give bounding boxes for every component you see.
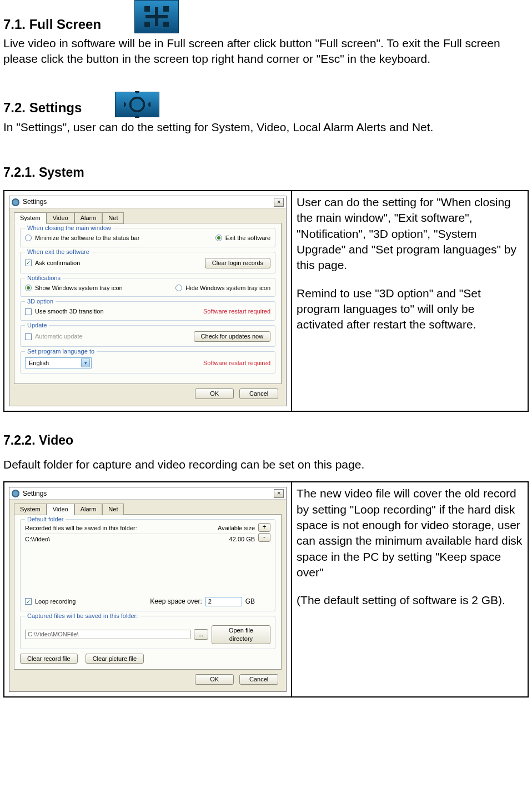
gear-icon	[12, 198, 19, 206]
heading-7-1: 7.1. Full Screen	[3, 16, 101, 33]
video-desc-2: (The default setting of software is 2 GB…	[297, 592, 523, 608]
add-folder-button[interactable]: +	[258, 523, 270, 532]
dialog-title: Settings	[23, 489, 47, 498]
group-language-title: Set program language to	[25, 347, 97, 356]
check-3d-transition[interactable]: Use smooth 3D transition	[25, 307, 104, 316]
radio-exit[interactable]: Exit the software	[215, 234, 270, 242]
radio-hide-tray-label: Hide Windows system tray icon	[185, 284, 270, 292]
warn-language: Software restart required	[203, 359, 270, 367]
recorded-path: C:\Video\	[25, 535, 50, 544]
ok-button[interactable]: OK	[195, 674, 234, 685]
system-desc-2: Remind to use "3D option" and "Set progr…	[297, 286, 523, 333]
group-notifications-title: Notifications	[25, 274, 63, 282]
group-3d-title: 3D option	[25, 297, 56, 306]
radio-hide-tray[interactable]: Hide Windows system tray icon	[175, 284, 270, 292]
chevron-down-icon: ▾	[81, 358, 90, 367]
tab-video[interactable]: Video	[47, 212, 74, 224]
remove-folder-button[interactable]: -	[258, 533, 270, 542]
radio-exit-label: Exit the software	[225, 234, 270, 242]
heading-7-2: 7.2. Settings	[3, 99, 82, 117]
gear-icon	[12, 490, 19, 497]
check-auto-update[interactable]: Automatic update	[25, 332, 83, 341]
system-desc-1: User can do the setting for "When closin…	[297, 195, 523, 273]
browse-button[interactable]: ...	[194, 629, 208, 640]
clear-picture-file-button[interactable]: Clear picture file	[86, 654, 144, 664]
check-ask-confirmation[interactable]: Ask confirmation	[25, 259, 80, 267]
check-loop-recording-label: Loop recording	[35, 597, 76, 606]
check-auto-update-label: Automatic update	[35, 332, 83, 341]
radio-minimize-label: Minimize the software to the status bar	[35, 234, 139, 242]
keep-space-label: Keep space over:	[150, 597, 202, 606]
check-updates-button[interactable]: Check for updates now	[194, 331, 271, 342]
heading-7-2-2: 7.2.2. Video	[3, 432, 529, 449]
tab-system[interactable]: System	[14, 504, 47, 515]
para-7-1: Live video in software will be in Full s…	[3, 36, 529, 67]
close-button[interactable]: ×	[274, 489, 284, 498]
group-captured-title: Captured files will be saved in this fol…	[25, 612, 140, 620]
check-loop-recording[interactable]: Loop recording	[25, 597, 76, 606]
tab-video[interactable]: Video	[47, 504, 74, 515]
group-update-title: Update	[25, 321, 49, 330]
available-size: 42.00 GB	[229, 535, 255, 544]
system-table: Settings × System Video Alarm Net When c…	[3, 190, 529, 412]
tab-net[interactable]: Net	[102, 212, 124, 224]
settings-icon	[115, 92, 159, 117]
video-intro: Default folder for capture and video rec…	[3, 457, 529, 472]
video-desc-1: The new video file will cover the old re…	[297, 486, 523, 580]
group-closing-title: When closing the main window	[25, 224, 113, 232]
clear-record-file-button[interactable]: Clear record file	[20, 654, 78, 664]
keep-space-unit: GB	[245, 597, 255, 606]
check-ask-confirmation-label: Ask confirmation	[35, 259, 80, 267]
group-exit-title: When exit the software	[25, 248, 92, 256]
settings-dialog-system: Settings × System Video Alarm Net When c…	[9, 196, 287, 406]
ok-button[interactable]: OK	[195, 388, 234, 399]
keep-space-input[interactable]: 2	[205, 597, 242, 606]
tab-alarm[interactable]: Alarm	[74, 504, 103, 515]
settings-dialog-video: Settings × System Video Alarm Net Defaul…	[9, 487, 287, 692]
fullscreen-icon	[134, 0, 179, 33]
clear-login-records-button[interactable]: Clear login records	[205, 258, 270, 268]
video-table: Settings × System Video Alarm Net Defaul…	[3, 481, 529, 698]
heading-7-2-1: 7.2.1. System	[3, 164, 529, 181]
cancel-button[interactable]: Cancel	[239, 674, 278, 685]
check-3d-transition-label: Use smooth 3D transition	[35, 307, 104, 316]
radio-show-tray[interactable]: Show Windows system tray icon	[25, 284, 123, 292]
language-select[interactable]: English ▾	[25, 357, 92, 368]
warn-3d: Software restart required	[203, 307, 270, 316]
cancel-button[interactable]: Cancel	[239, 388, 278, 399]
close-button[interactable]: ×	[274, 198, 284, 207]
captured-path: C:\Video\MONFile\	[25, 630, 190, 639]
tab-net[interactable]: Net	[102, 504, 124, 515]
group-default-folder-title: Default folder	[25, 515, 66, 524]
radio-show-tray-label: Show Windows system tray icon	[35, 284, 123, 292]
dialog-title: Settings	[23, 197, 47, 206]
open-file-directory-button[interactable]: Open file directory	[212, 625, 270, 644]
radio-minimize[interactable]: Minimize the software to the status bar	[25, 234, 139, 242]
available-header: Available size	[218, 524, 255, 532]
recorded-header: Recorded files will be saved in this fol…	[25, 524, 137, 532]
para-7-2: In "Settings", user can do the setting f…	[3, 119, 529, 135]
language-value: English	[29, 359, 49, 367]
tab-alarm[interactable]: Alarm	[74, 212, 103, 224]
tab-system[interactable]: System	[14, 212, 47, 224]
